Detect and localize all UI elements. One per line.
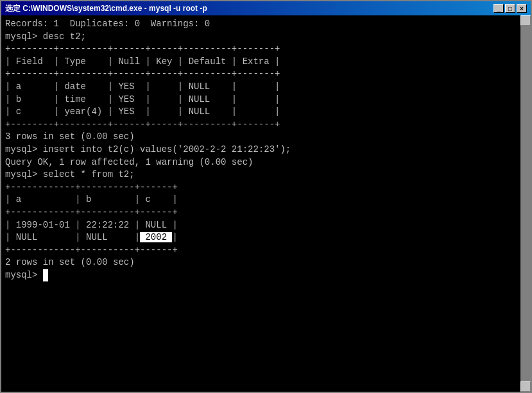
terminal-area[interactable]: Records: 1 Duplicates: 0 Warnings: 0mysq… <box>1 15 531 392</box>
line-prompt: mysql> <box>5 269 515 282</box>
scroll-down-button[interactable]: ▼ <box>520 381 531 392</box>
scroll-up-button[interactable]: ▲ <box>520 15 531 26</box>
minimize-button[interactable]: _ <box>493 4 504 13</box>
table2-row2: | NULL | NULL | 2002 | <box>5 231 515 244</box>
close-button[interactable]: × <box>517 4 527 13</box>
terminal-content: Records: 1 Duplicates: 0 Warnings: 0mysq… <box>5 18 527 281</box>
scrollbar[interactable]: ▲ ▼ <box>520 15 531 392</box>
scroll-track[interactable] <box>520 26 531 381</box>
title-bar: 选定 C:\WINDOWS\system32\cmd.exe - mysql -… <box>1 1 531 15</box>
table2-row2-highlight: 2002 <box>140 232 172 242</box>
window-title: 选定 C:\WINDOWS\system32\cmd.exe - mysql -… <box>5 3 207 14</box>
window-controls: _ □ × <box>493 4 527 13</box>
maximize-button[interactable]: □ <box>505 4 515 13</box>
cmd-window: 选定 C:\WINDOWS\system32\cmd.exe - mysql -… <box>0 0 532 393</box>
